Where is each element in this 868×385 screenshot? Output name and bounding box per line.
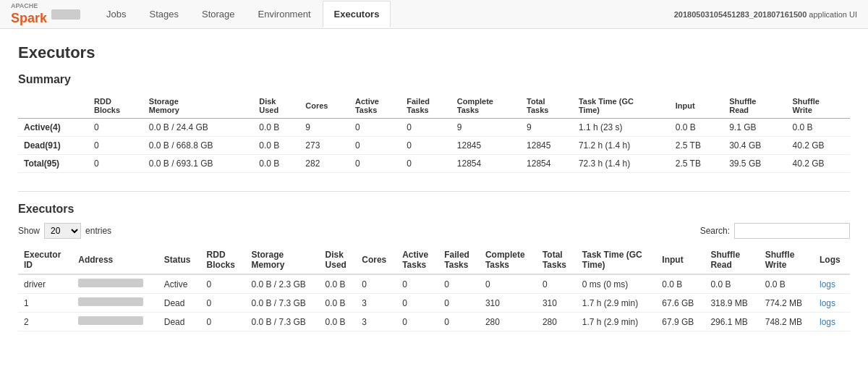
summary-col-rdd: RDDBlocks [88, 93, 143, 119]
section-divider [18, 191, 850, 192]
col-failed-tasks: FailedTasks [438, 246, 480, 274]
summary-cell-rdd_blocks: 0 [88, 119, 143, 137]
summary-cell-label: Dead(91) [18, 137, 88, 155]
executor-cell-cores: 0 [356, 274, 396, 294]
nav-storage[interactable]: Storage [190, 1, 247, 28]
summary-cell-cores: 273 [299, 137, 349, 155]
summary-cell-active_tasks: 0 [349, 119, 401, 137]
executor-cell-status: Dead [158, 294, 201, 313]
col-shuffle-read: ShuffleRead [705, 246, 759, 274]
executor-id-cell: driver [18, 274, 72, 294]
summary-cell-active_tasks: 0 [349, 137, 401, 155]
executor-address-cell [72, 294, 158, 313]
nav-links: Jobs Stages Storage Environment Executor… [95, 1, 674, 28]
executor-logs-cell: logs [814, 294, 850, 313]
executor-cell-failed_tasks: 0 [438, 274, 480, 294]
executor-logs-cell: logs [814, 313, 850, 331]
executor-id-cell: 2 [18, 313, 72, 331]
summary-col-storage: StorageMemory [143, 93, 253, 119]
executor-cell-shuffle_write: 748.2 MB [760, 313, 814, 331]
show-entries: Show 102050100 entries [18, 223, 111, 239]
search-label: Search: [700, 226, 730, 236]
summary-row: Dead(91)00.0 B / 668.8 GB0.0 B2730012845… [18, 137, 850, 155]
apache-label: APACHE [11, 3, 47, 9]
app-id-label: 20180503105451283_201807161500 applicati… [674, 10, 857, 19]
summary-row: Active(4)00.0 B / 24.4 GB0.0 B900991.1 h… [18, 119, 850, 137]
summary-col-cores: Cores [299, 93, 349, 119]
executor-cell-cores: 3 [356, 294, 396, 313]
executor-cell-storage_memory: 0.0 B / 7.3 GB [245, 294, 319, 313]
main-content: Executors Summary RDDBlocks StorageMemor… [0, 29, 868, 364]
summary-cell-label: Active(4) [18, 119, 88, 137]
executor-cell-failed_tasks: 0 [438, 294, 480, 313]
logs-link[interactable]: logs [820, 279, 835, 289]
col-storage-memory: StorageMemory [245, 246, 319, 274]
entries-select[interactable]: 102050100 [44, 223, 81, 239]
summary-cell-total_tasks: 9 [521, 119, 573, 137]
nav-stages[interactable]: Stages [138, 1, 190, 28]
executor-cell-complete_tasks: 310 [480, 294, 537, 313]
summary-table-container: RDDBlocks StorageMemory DiskUsed Cores A… [18, 93, 850, 173]
summary-cell-input: 0.0 B [670, 119, 723, 137]
app-id: 20180503105451283_201807161500 [674, 10, 807, 19]
summary-heading: Summary [18, 73, 850, 86]
col-logs: Logs [814, 246, 850, 274]
entries-label: entries [85, 226, 111, 236]
summary-cell-input: 2.5 TB [670, 137, 723, 155]
col-executor-id: ExecutorID [18, 246, 72, 274]
executors-heading: Executors [18, 203, 850, 216]
executor-cell-cores: 3 [356, 313, 396, 331]
nav-environment[interactable]: Environment [247, 1, 323, 28]
search-input[interactable] [734, 223, 850, 239]
search-bar: Search: [700, 223, 850, 239]
logs-link[interactable]: logs [820, 317, 835, 327]
executor-cell-input: 0.0 B [656, 274, 705, 294]
executor-cell-shuffle_read: 318.9 MB [705, 294, 759, 313]
summary-cell-shuffle_read: 9.1 GB [723, 119, 786, 137]
summary-cell-complete_tasks: 12854 [451, 155, 521, 173]
summary-cell-shuffle_write: 0.0 B [787, 119, 850, 137]
summary-table: RDDBlocks StorageMemory DiskUsed Cores A… [18, 93, 850, 173]
executor-cell-task_time: 1.7 h (2.9 min) [576, 294, 657, 313]
executor-cell-disk_used: 0.0 B [320, 313, 357, 331]
executor-address-cell [72, 313, 158, 331]
logs-link[interactable]: logs [820, 298, 835, 308]
summary-row: Total(95)00.0 B / 693.1 GB0.0 B282001285… [18, 155, 850, 173]
page-title: Executors [18, 43, 850, 62]
col-complete-tasks: CompleteTasks [480, 246, 537, 274]
summary-cell-storage_memory: 0.0 B / 668.8 GB [143, 137, 253, 155]
nav-jobs[interactable]: Jobs [95, 1, 137, 28]
brand-blurred [51, 9, 80, 20]
col-disk-used: DiskUsed [320, 246, 357, 274]
executor-row: 2Dead00.0 B / 7.3 GB0.0 B3002802801.7 h … [18, 313, 850, 331]
nav-executors[interactable]: Executors [323, 1, 391, 28]
summary-cell-shuffle_write: 40.2 GB [787, 137, 850, 155]
summary-cell-rdd_blocks: 0 [88, 137, 143, 155]
navbar: APACHE Spark Jobs Stages Storage Environ… [0, 0, 868, 29]
executor-cell-failed_tasks: 0 [438, 313, 480, 331]
executor-cell-complete_tasks: 280 [480, 313, 537, 331]
executors-header-row: ExecutorID Address Status RDDBlocks Stor… [18, 246, 850, 274]
summary-cell-failed_tasks: 0 [401, 137, 451, 155]
summary-col-complete-tasks: CompleteTasks [451, 93, 521, 119]
summary-col-failed-tasks: FailedTasks [401, 93, 451, 119]
show-label: Show [18, 226, 40, 236]
executor-cell-status: Dead [158, 313, 201, 331]
executor-cell-storage_memory: 0.0 B / 2.3 GB [245, 274, 319, 294]
col-address: Address [72, 246, 158, 274]
executor-cell-disk_used: 0.0 B [320, 294, 357, 313]
executor-cell-total_tasks: 280 [537, 313, 576, 331]
executor-cell-task_time: 0 ms (0 ms) [576, 274, 657, 294]
executor-address-cell [72, 274, 158, 294]
executor-cell-status: Active [158, 274, 201, 294]
summary-cell-storage_memory: 0.0 B / 24.4 GB [143, 119, 253, 137]
col-active-tasks: ActiveTasks [396, 246, 438, 274]
summary-cell-total_tasks: 12845 [521, 137, 573, 155]
summary-cell-disk_used: 0.0 B [253, 137, 299, 155]
spark-logo: APACHE Spark [11, 3, 47, 26]
col-task-time: Task Time (GCTime) [576, 246, 657, 274]
col-shuffle-write: ShuffleWrite [760, 246, 814, 274]
summary-col-shuffle-write: ShuffleWrite [787, 93, 850, 119]
executor-cell-input: 67.6 GB [656, 294, 705, 313]
executor-cell-rdd_blocks: 0 [201, 313, 246, 331]
